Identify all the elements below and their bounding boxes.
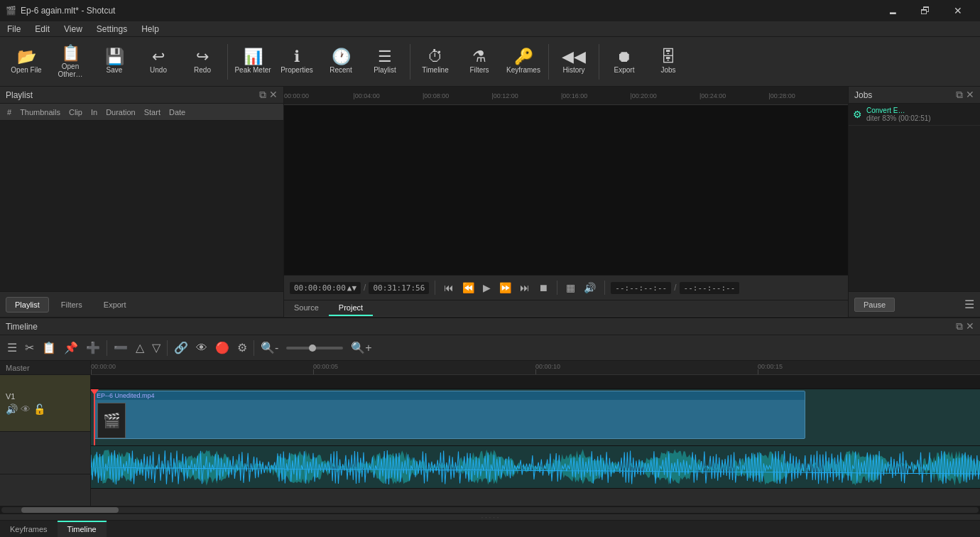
bottom-tab-keyframes[interactable]: Keyframes — [0, 521, 58, 537]
menu-settings[interactable]: Settings — [89, 23, 134, 36]
toolbar-save-button[interactable]: 💾Save — [94, 40, 135, 84]
preview-tab-source[interactable]: Source — [284, 300, 329, 316]
scrub-button[interactable]: 👁 — [193, 340, 210, 356]
go-to-start-button[interactable]: ⏮ — [441, 281, 457, 295]
toggle-play-button[interactable]: ⏹ — [535, 281, 551, 295]
recent-label: Recent — [330, 66, 352, 74]
tl-ruler-line — [758, 369, 758, 374]
v1-audio-button[interactable]: 🔊 — [6, 403, 18, 415]
in-point-display: --:--:--:-- — [611, 282, 671, 294]
timeline-float-icon[interactable]: ⧉ — [956, 320, 963, 332]
peak-meter-icon: 📊 — [244, 49, 263, 65]
toolbar-timeline-button[interactable]: ⏱Timeline — [415, 40, 456, 84]
menubar: FileEditViewSettingsHelp — [0, 21, 980, 37]
ripple-button[interactable]: ⚙ — [234, 340, 250, 356]
jobs-close-icon[interactable]: ✕ — [966, 89, 974, 101]
preview-tabs: SourceProject — [284, 300, 848, 317]
maximize-button[interactable]: 🗗 — [909, 0, 942, 21]
insert-button[interactable]: ➕ — [83, 340, 103, 356]
jobs-panel: Jobs ⧉ ✕ ⚙ Convert E… diter 83% (00:02:5… — [849, 87, 980, 317]
timeline-menu-button[interactable]: ☰ — [4, 340, 20, 356]
playlist-col-date[interactable]: Date — [165, 108, 190, 116]
toolbar-open-other-button[interactable]: 📋Open Other… — [50, 40, 91, 84]
timeline-toolbar: ☰✂📋📌➕➖△▽🔗👁🔴⚙🔍-🔍+ — [0, 335, 980, 361]
menu-edit[interactable]: Edit — [28, 23, 57, 36]
step-forward-button[interactable]: ⏩ — [496, 281, 514, 295]
toolbar-jobs-button[interactable]: 🗄Jobs — [648, 40, 689, 84]
audio-track-row[interactable] — [91, 446, 980, 489]
playlist-col-start[interactable]: Start — [140, 108, 165, 116]
jobs-pause-button[interactable]: Pause — [854, 298, 895, 312]
jobs-float-icon[interactable]: ⧉ — [956, 89, 963, 101]
filters-icon: ⚗ — [472, 49, 486, 65]
scroll-track[interactable] — [1, 507, 979, 513]
step-back-button[interactable]: ⏪ — [459, 281, 477, 295]
volume-button[interactable]: 🔊 — [581, 281, 599, 295]
timeline-panel: Timeline ⧉ ✕ ☰✂📋📌➕➖△▽🔗👁🔴⚙🔍-🔍+ Master V1 … — [0, 317, 980, 537]
playlist-col-duration[interactable]: Duration — [102, 108, 140, 116]
close-button[interactable]: ✕ — [942, 0, 974, 21]
toolbar-history-button[interactable]: ◀◀History — [553, 40, 594, 84]
ruler-mark: |00:24:00 — [699, 92, 726, 99]
job-name[interactable]: Convert E… — [866, 107, 976, 114]
playlist-col-clip[interactable]: Clip — [65, 108, 87, 116]
toolbar-export-button[interactable]: ⏺Export — [604, 40, 645, 84]
playlist-float-icon[interactable]: ⧉ — [259, 89, 266, 101]
playlist-action-filters[interactable]: Filters — [52, 297, 92, 313]
timeline-close-icon[interactable]: ✕ — [966, 320, 974, 332]
toolbar-open-file-button[interactable]: 📂Open File — [6, 40, 47, 84]
record-button[interactable]: 🔴 — [212, 340, 232, 356]
toolbar-playlist-button[interactable]: ☰Playlist — [364, 40, 405, 84]
menu-file[interactable]: File — [0, 23, 28, 36]
playlist-close-icon[interactable]: ✕ — [269, 89, 278, 101]
lift-button[interactable]: 📋 — [39, 340, 59, 356]
toolbar-redo-button[interactable]: ↪Redo — [182, 40, 223, 84]
v1-lock-button[interactable]: 🔓 — [33, 403, 45, 415]
ruler-mark: |00:04:00 — [354, 92, 380, 99]
bottom-tabs: KeyframesTimeline — [0, 520, 980, 537]
toolbar-peak-meter-button[interactable]: 📊Peak Meter — [232, 40, 273, 84]
overwrite-button[interactable]: 📌 — [61, 340, 81, 356]
minimize-button[interactable]: 🗕 — [876, 0, 909, 21]
go-to-end-button[interactable]: ⏭ — [517, 281, 533, 295]
split-at-playhead-button[interactable]: ✂ — [22, 340, 37, 356]
open-other-label: Open Other… — [50, 63, 91, 78]
menu-view[interactable]: View — [57, 23, 89, 36]
timecode-display[interactable]: 00:00:00:00▲▼ — [290, 282, 361, 294]
preview-tab-project[interactable]: Project — [329, 300, 373, 316]
transport-bar: 00:00:00:00▲▼ / 00:31:17:56⏮⏪▶⏩⏭⏹▦🔊--:--… — [284, 275, 848, 300]
drag-handle[interactable]: · · · · · — [0, 514, 980, 520]
playlist-col-in[interactable]: In — [87, 108, 102, 116]
grid-button[interactable]: ▦ — [563, 281, 578, 295]
playlist-col-thumbnails[interactable]: Thumbnails — [16, 108, 65, 116]
playlist-content — [0, 121, 283, 291]
remove-button[interactable]: ➖ — [111, 340, 131, 356]
play-button[interactable]: ▶ — [480, 281, 494, 295]
toolbar-filters-button[interactable]: ⚗Filters — [459, 40, 500, 84]
lift-clip-button[interactable]: △ — [133, 340, 147, 356]
snap-button[interactable]: 🔗 — [171, 340, 191, 356]
clip-name: EP--6 Unedited.mp4 — [94, 391, 805, 400]
toolbar-recent-button[interactable]: 🕐Recent — [320, 40, 361, 84]
menu-help[interactable]: Help — [134, 23, 166, 36]
jobs-menu-button[interactable]: ☰ — [964, 298, 974, 311]
playlist-action-playlist[interactable]: Playlist — [6, 297, 49, 313]
playlist-action-export[interactable]: Export — [94, 297, 136, 313]
bottom-tab-timeline[interactable]: Timeline — [58, 521, 107, 537]
keyframes-label: Keyframes — [506, 66, 540, 74]
zoom-in-button[interactable]: 🔍+ — [348, 340, 374, 356]
v1-eye-button[interactable]: 👁 — [21, 403, 31, 415]
playlist-icon: ☰ — [378, 49, 392, 65]
zoom-out-button[interactable]: 🔍- — [258, 340, 281, 356]
toolbar-properties-button[interactable]: ℹProperties — [276, 40, 317, 84]
overwrite-clip-button[interactable]: ▽ — [149, 340, 163, 356]
v1-track-row[interactable]: EP--6 Unedited.mp4 🎬 — [91, 389, 980, 446]
video-clip[interactable]: EP--6 Unedited.mp4 🎬 — [94, 391, 805, 439]
keyframes-icon: 🔑 — [514, 49, 533, 65]
toolbar-undo-button[interactable]: ↩Undo — [138, 40, 179, 84]
playlist-col-#[interactable]: # — [3, 108, 16, 116]
master-track-label: Master — [0, 361, 90, 375]
toolbar-keyframes-button[interactable]: 🔑Keyframes — [503, 40, 544, 84]
scroll-thumb[interactable] — [21, 507, 119, 513]
zoom-slider[interactable] — [286, 347, 343, 349]
